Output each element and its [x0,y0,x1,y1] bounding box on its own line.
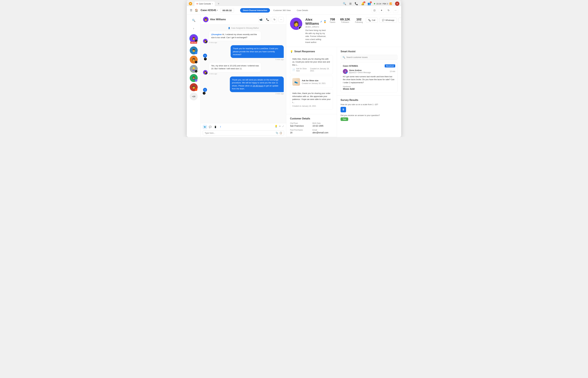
search-icon[interactable]: 🔍 [343,2,346,5]
facebook-tab[interactable]: f [218,125,223,129]
sidebar-contact-4[interactable]: 👱‍♀️ 𝕏 [190,65,198,73]
voice-call-btn[interactable]: 📞 [265,17,270,22]
more-chat-btn[interactable]: ··· [279,17,284,22]
sidebar-menu-icon[interactable]: ☰ [190,9,192,12]
smart-response-3[interactable]: Hello Alex, thank you for sharing your o… [290,90,333,109]
assign-icon: 👤 [228,27,230,29]
sidebar-contact-active[interactable]: 👩 𝕏 10m 32s [189,34,198,43]
x-profile-badge: 𝕏 [299,26,302,30]
home-icon[interactable]: 🏠 [195,9,198,12]
survey-question-2: Did you receive an answer to your questi… [341,114,397,117]
notification-count: 8 [363,1,365,3]
response-text-1: Hello Alex, thank you for sharing this w… [292,57,331,67]
notification-bell[interactable]: 🔔 8 [361,2,364,5]
video-call-btn[interactable]: 📹 [258,17,264,22]
whatsapp-button[interactable]: 💬 Whatsapp [379,18,397,23]
tab-close-btn[interactable]: × [212,3,213,5]
verified-icon: ✓ [320,20,322,23]
whatsapp-tab[interactable]: 📱 [213,125,217,129]
tab-case-details[interactable]: Case Details [294,8,311,13]
tab-omni-channel[interactable]: Omni-Channel Interaction [240,8,270,13]
wand-icon-btn[interactable]: ✦ [379,8,384,13]
followers-label: Followers [340,21,350,23]
profile-info: Alex Williams ✓ 🏅 @alex_williams Out her… [305,18,326,44]
right-panel: 👩 𝕏 Alex Williams ✓ 🏅 @alex_williams Out… [286,14,401,137]
birth-value: 15-02-1995 [313,125,333,127]
hardware-value: Shoes Sold [343,88,395,90]
chat-input-bar: 🐦 💬 📱 f 💡 ✦ ⤢ 📎 [201,123,286,137]
magic-icon[interactable]: 💡 [275,125,278,129]
whatsapp-icon: 💬 [382,19,384,21]
smart-response-1[interactable]: Hello Alex, thank you for sharing this w… [290,55,333,74]
refresh-icon-btn[interactable]: ↻ [386,8,391,13]
link-24-48hrs[interactable]: 24-48 hours [253,85,263,87]
sidebar: 🔍 › 👩 𝕏 10m 32s 👦 f 👧 [187,14,201,137]
sidebar-search-icon[interactable]: 🔍 [190,17,197,24]
profile-actions: 📞 Call 💬 Whatsapp ✉️ Email [366,18,401,23]
x-icon: 𝕏 [205,41,208,43]
more-icon-btn[interactable]: ··· [393,8,398,13]
response-date-1: Created on January 18, 2021 [310,68,331,72]
twitter-tab[interactable]: 🐦 [203,125,207,129]
search-input-assist[interactable] [346,56,396,58]
survey-question-1: How do you rate us on a scale from 1 -10… [341,103,397,106]
new-tab-button[interactable]: + [216,1,221,6]
reddit-badge: r [195,88,197,91]
call-button[interactable]: 📞 Call [366,18,378,23]
sidebar-contact-6[interactable]: 🧑 r [190,83,198,91]
message-row-4: Thank you, we will send you details on t… [203,77,284,94]
email-button[interactable]: ✉️ Email [398,18,401,23]
browser-logo-icon [189,2,192,5]
grid-icon[interactable]: ⊞ [349,2,352,5]
msg-bubble-3: Yes, my shoe size is 10 (US) and shoes I… [209,62,261,72]
sidebar-contact-2[interactable]: 👦 f [190,46,198,54]
x-badge-4: 𝕏 [195,70,197,72]
assigned-notice: 👤 Case Assigned to Shivang Mathur [203,27,284,29]
profile-avatar: 👩 𝕏 [290,18,302,30]
right-col-right: Smart Assist 🔍 Case #3784921 Resolved [337,47,401,137]
incoming-avatar-3: 👩 𝕏 [203,70,208,75]
message-tab[interactable]: 💬 [208,125,212,129]
note-icon[interactable]: 📋 [280,132,282,134]
survey-title: Survey Results [341,99,397,101]
case-timer: 00:05:32 [220,8,234,13]
profile-handle: @alex_williams [305,26,326,28]
app-body: 🔍 › 👩 𝕏 10m 32s 👦 f 👧 [187,14,401,137]
tab-customer-360[interactable]: Customer 360 View [270,8,294,13]
award-icon: 🏅 [323,20,326,23]
sidebar-contact-3[interactable]: 👧 𝕏 [190,56,198,64]
template-icon[interactable]: ✦ [279,125,281,129]
fullscreen-icon[interactable]: ⤢ [282,125,284,129]
chat-contact-avatar: 👩 [203,17,209,22]
attach-icon[interactable]: 📎 [276,132,278,134]
search-icon-assist: 🔍 [343,56,345,59]
case-selector[interactable]: Case #23141 ▾ [201,9,218,12]
chat-input[interactable] [205,132,274,134]
refresh-chat-btn[interactable]: ↻ [272,17,277,22]
layout-icon-btn[interactable]: ⊡ [372,8,377,13]
assigned-text: Case Assigned to Shivang Mathur [231,27,259,29]
x-icon: 𝕏 [205,72,208,75]
chat-input-area: 📎 📋 [203,130,284,135]
user-avatar[interactable]: A [395,1,399,6]
smart-response-2[interactable]: 👟 Ask for Shoe size Created on January 1… [290,76,333,88]
profile-section: 👩 𝕏 Alex Williams ✓ 🏅 @alex_williams Out… [286,14,401,47]
case-agent: J f Jione Andrea @joan23 • Direct Messag… [343,69,395,74]
sidebar-contact-5[interactable]: 👩‍🦱 V [190,74,198,82]
call-icon: 📞 [368,19,371,21]
mention-text: @luxeglow [211,33,222,36]
msg-content-1: @luxeglow Hi, I ordered my shoes recentl… [209,31,284,43]
agent-avatar-top: S [203,54,207,58]
active-tab[interactable]: ♥ Care Console × [194,1,215,6]
status-dot [374,3,375,4]
msg-time-4: 2 mins ago [275,93,284,94]
users-icon[interactable]: 👥 8 [368,2,371,5]
more-contacts-btn[interactable]: +20 [190,93,198,100]
sidebar-expand-icon[interactable]: › [190,25,197,32]
purchases-detail: Past Purchases 16 [290,129,311,134]
phone-icon[interactable]: 📞 [355,2,358,5]
customer-details-grid: City/Town San Francisco Birth Date 15-02… [290,122,333,134]
doc-icon: 📄 [292,68,295,71]
hardware-label: Hardware [343,85,395,88]
case-number: Case #23141 [201,9,216,12]
